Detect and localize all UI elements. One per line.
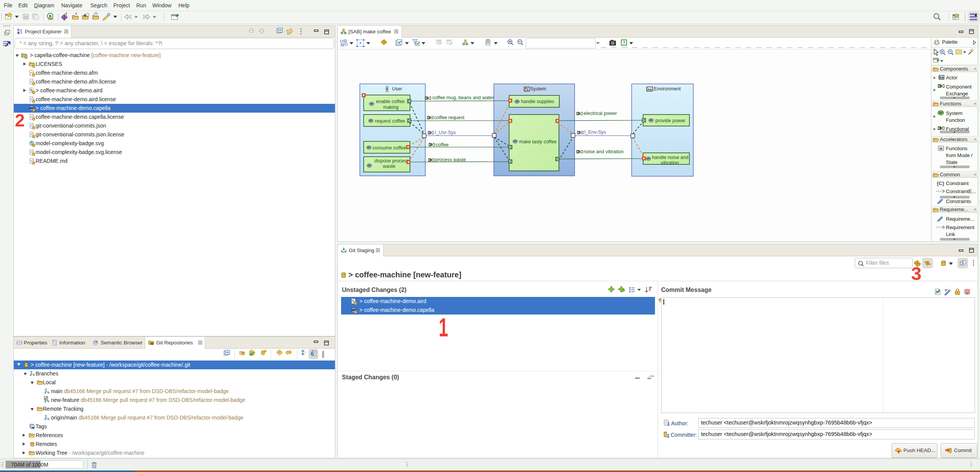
svg-text:vibration: vibration	[661, 160, 679, 166]
svg-text:make tasty coffee: make tasty coffee	[519, 139, 557, 144]
svg-text:making: making	[383, 105, 399, 110]
svg-text:handle supplies: handle supplies	[521, 99, 554, 104]
svg-text:waste: waste	[382, 164, 395, 169]
svg-text:I_Usr-Sys: I_Usr-Sys	[435, 130, 456, 135]
svg-text:I_Env-Sys: I_Env-Sys	[584, 129, 606, 135]
svg-text:noise and vibration: noise and vibration	[583, 149, 624, 154]
svg-text:SA: SA	[648, 88, 652, 91]
svg-text:enable coffee: enable coffee	[376, 99, 405, 104]
svg-text:SF: SF	[939, 111, 943, 115]
svg-text:coffee request: coffee request	[434, 115, 465, 120]
svg-text:User: User	[392, 86, 402, 92]
svg-text:System: System	[530, 86, 546, 92]
svg-text:provide power: provide power	[655, 118, 686, 123]
svg-text:LO: LO	[32, 427, 34, 428]
svg-text:Environment: Environment	[654, 86, 681, 92]
svg-text:handle noise and: handle noise and	[652, 155, 688, 160]
svg-text:request coffee: request coffee	[375, 118, 405, 124]
svg-text:?: ?	[623, 41, 625, 45]
svg-text:coffee: coffee	[436, 142, 449, 148]
svg-text:electrical power: electrical power	[584, 111, 617, 116]
svg-text:dispose process: dispose process	[374, 158, 409, 164]
svg-text:SA: SA	[940, 76, 944, 79]
svg-text:coffee mug, beans and water: coffee mug, beans and water	[432, 95, 494, 100]
svg-text:process waste: process waste	[435, 157, 466, 162]
svg-text:consume coffee: consume coffee	[372, 145, 406, 151]
svg-text:M: M	[939, 147, 942, 151]
